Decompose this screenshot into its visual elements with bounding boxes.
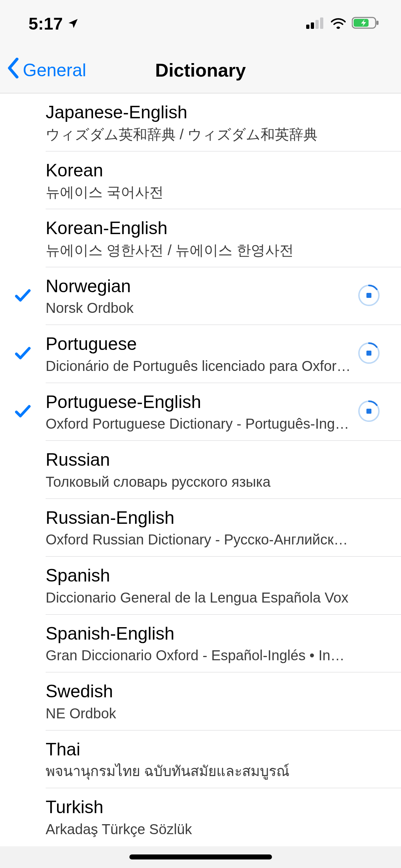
downloading-stop-icon[interactable] (358, 342, 380, 366)
row-subtitle: Norsk Ordbok (46, 299, 351, 317)
dictionary-row[interactable]: Russian-EnglishOxford Russian Dictionary… (0, 499, 401, 557)
row-title: Korean (46, 159, 351, 182)
cellular-signal-icon (306, 17, 325, 30)
accessory-column (351, 284, 387, 308)
row-text: SpanishDiccionario General de la Lengua … (46, 564, 351, 607)
downloading-stop-icon[interactable] (358, 400, 380, 424)
dictionary-row[interactable]: Spanish-EnglishGran Diccionario Oxford -… (0, 615, 401, 673)
svg-rect-10 (366, 351, 371, 356)
svg-rect-2 (315, 20, 319, 29)
svg-rect-12 (366, 409, 371, 414)
accessory-column (351, 342, 387, 366)
back-button[interactable]: General (7, 58, 86, 83)
svg-rect-1 (311, 22, 314, 29)
status-bar: 5:17 (0, 0, 401, 47)
status-left: 5:17 (29, 14, 79, 33)
row-text: Portuguese-EnglishOxford Portuguese Dict… (46, 391, 351, 433)
row-text: Spanish-EnglishGran Diccionario Oxford -… (46, 622, 351, 665)
row-title: Spanish-English (46, 622, 351, 645)
checkmark-icon (13, 343, 32, 364)
row-title: Portuguese-English (46, 391, 351, 413)
row-text: NorwegianNorsk Ordbok (46, 275, 351, 317)
row-subtitle: 뉴에이스 영한사전 / 뉴에이스 한영사전 (46, 241, 351, 259)
home-indicator[interactable] (129, 854, 272, 859)
dictionary-row[interactable]: Korean-English뉴에이스 영한사전 / 뉴에이스 한영사전 (0, 209, 401, 267)
dictionary-row[interactable]: Thaiพจนานุกรมไทย ฉบับทันสมัยและสมบูรณ์ (0, 730, 401, 789)
dictionary-row[interactable]: NorwegianNorsk Ordbok (0, 267, 401, 325)
svg-rect-0 (306, 25, 309, 29)
row-text: Korean-English뉴에이스 영한사전 / 뉴에이스 한영사전 (46, 217, 351, 259)
row-subtitle: พจนานุกรมไทย ฉบับทันสมัยและสมบูรณ์ (46, 762, 351, 780)
downloading-stop-icon[interactable] (358, 284, 380, 308)
checkmark-icon (13, 402, 32, 422)
row-title: Russian-English (46, 507, 351, 529)
row-title: Korean-English (46, 217, 351, 239)
row-subtitle: Oxford Portuguese Dictionary - Português… (46, 414, 351, 433)
row-text: Japanese-Englishウィズダム英和辞典 / ウィズダム和英辞典 (46, 101, 351, 144)
row-title: Norwegian (46, 275, 351, 298)
svg-rect-6 (354, 19, 369, 27)
svg-rect-5 (376, 21, 379, 25)
nav-bar: General Dictionary (0, 47, 401, 93)
row-text: TurkishArkadaş Türkçe Sözlük (46, 796, 351, 838)
row-title: Portuguese (46, 333, 351, 355)
dictionary-row[interactable]: PortugueseDicionário de Português licenc… (0, 325, 401, 383)
row-title: Thai (46, 738, 351, 761)
status-right (306, 16, 380, 31)
back-label: General (23, 60, 86, 81)
row-subtitle: Dicionário de Português licenciado para … (46, 357, 351, 375)
row-subtitle: NE Ordbok (46, 704, 351, 723)
location-arrow-icon (67, 14, 79, 33)
dictionary-row[interactable]: TurkishArkadaş Türkçe Sözlük (0, 788, 401, 846)
row-title: Spanish (46, 564, 351, 587)
svg-rect-3 (320, 17, 323, 29)
dictionary-row[interactable]: Portuguese-EnglishOxford Portuguese Dict… (0, 383, 401, 441)
chevron-left-icon (7, 58, 20, 83)
row-text: RussianТолковый словарь русского языка (46, 449, 351, 491)
row-subtitle: Diccionario General de la Lengua Español… (46, 588, 351, 607)
dictionary-row[interactable]: RussianТолковый словарь русского языка (0, 441, 401, 499)
accessory-column (351, 400, 387, 424)
check-column (0, 343, 46, 364)
battery-icon (352, 16, 380, 31)
row-subtitle: ウィズダム英和辞典 / ウィズダム和英辞典 (46, 125, 351, 144)
row-subtitle: 뉴에이스 국어사전 (46, 183, 351, 201)
dictionary-row[interactable]: SwedishNE Ordbok (0, 672, 401, 730)
svg-rect-8 (366, 293, 371, 298)
row-text: Korean뉴에이스 국어사전 (46, 159, 351, 202)
row-text: Russian-EnglishOxford Russian Dictionary… (46, 507, 351, 549)
row-title: Swedish (46, 680, 351, 703)
dictionary-row[interactable]: Japanese-Englishウィズダム英和辞典 / ウィズダム和英辞典 (0, 93, 401, 151)
row-subtitle: Толковый словарь русского языка (46, 472, 351, 491)
row-title: Turkish (46, 796, 351, 818)
row-title: Japanese-English (46, 101, 351, 124)
row-title: Russian (46, 449, 351, 471)
wifi-icon (330, 17, 347, 30)
row-subtitle: Arkadaş Türkçe Sözlük (46, 820, 351, 838)
check-column (0, 402, 46, 422)
checkmark-icon (13, 286, 32, 306)
check-column (0, 286, 46, 306)
row-text: SwedishNE Ordbok (46, 680, 351, 723)
row-subtitle: Oxford Russian Dictionary - Русско-Англи… (46, 530, 351, 549)
dictionary-row[interactable]: SpanishDiccionario General de la Lengua … (0, 557, 401, 615)
row-text: PortugueseDicionário de Português licenc… (46, 333, 351, 375)
dictionary-row[interactable]: Korean뉴에이스 국어사전 (0, 151, 401, 210)
dictionary-list[interactable]: Japanese-Englishウィズダム英和辞典 / ウィズダム和英辞典Kor… (0, 93, 401, 846)
row-text: Thaiพจนานุกรมไทย ฉบับทันสมัยและสมบูรณ์ (46, 738, 351, 781)
row-subtitle: Gran Diccionario Oxford - Español-Inglés… (46, 646, 351, 665)
status-time: 5:17 (29, 14, 63, 33)
